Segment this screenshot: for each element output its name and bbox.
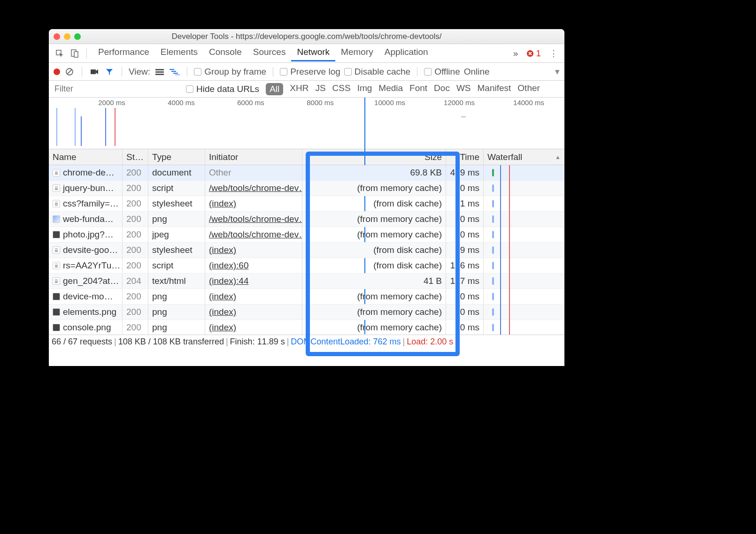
waterfall-bar bbox=[492, 277, 494, 285]
filter-pill-manifest[interactable]: Manifest bbox=[478, 83, 511, 95]
preserve-log-checkbox[interactable]: Preserve log bbox=[280, 67, 340, 77]
table-row[interactable]: devsite-goo…200stylesheet(index)(from di… bbox=[49, 243, 564, 258]
table-row[interactable]: jquery-bun…200script/web/tools/chrome-de… bbox=[49, 181, 564, 196]
svg-rect-6 bbox=[91, 69, 96, 74]
tab-elements[interactable]: Elements bbox=[155, 45, 203, 61]
hide-data-urls-checkbox[interactable]: Hide data URLs bbox=[186, 84, 259, 94]
large-rows-icon[interactable] bbox=[154, 69, 165, 75]
minimize-window-button[interactable] bbox=[64, 33, 70, 40]
request-name: rs=AA2YrTu… bbox=[63, 260, 120, 271]
filter-pill-img[interactable]: Img bbox=[357, 83, 372, 95]
tab-memory[interactable]: Memory bbox=[335, 45, 379, 61]
request-initiator[interactable]: (index) bbox=[209, 245, 236, 255]
inspect-element-icon[interactable] bbox=[54, 47, 66, 60]
request-initiator[interactable]: /web/tools/chrome-dev… bbox=[209, 183, 302, 193]
timeline-overview[interactable]: 2000 ms4000 ms6000 ms8000 ms10000 ms1200… bbox=[49, 98, 564, 149]
table-row[interactable]: console.png200png(index)(from memory cac… bbox=[49, 320, 564, 335]
tab-network[interactable]: Network bbox=[291, 45, 335, 61]
request-initiator[interactable]: /web/tools/chrome-dev… bbox=[209, 229, 302, 240]
request-waterfall bbox=[484, 212, 564, 227]
request-status: 200 bbox=[123, 227, 148, 242]
disable-cache-checkbox[interactable]: Disable cache bbox=[344, 67, 410, 77]
request-initiator[interactable]: (index):60 bbox=[209, 260, 249, 271]
throttling-chevron-icon[interactable]: ▾ bbox=[555, 66, 560, 77]
tab-application[interactable]: Application bbox=[379, 45, 434, 61]
col-time[interactable]: Time bbox=[446, 149, 484, 165]
record-button[interactable] bbox=[54, 69, 60, 75]
request-type: script bbox=[148, 181, 205, 196]
close-window-button[interactable] bbox=[54, 33, 60, 40]
waterfall-view-icon[interactable] bbox=[169, 69, 180, 75]
request-initiator[interactable]: (index) bbox=[209, 322, 236, 333]
camera-icon[interactable] bbox=[89, 69, 100, 75]
filter-pill-other[interactable]: Other bbox=[517, 83, 540, 95]
waterfall-bar bbox=[492, 215, 494, 223]
tab-performance[interactable]: Performance bbox=[93, 45, 155, 61]
filter-icon[interactable] bbox=[104, 68, 115, 76]
separator bbox=[187, 67, 187, 76]
request-initiator[interactable]: (index) bbox=[209, 307, 236, 317]
request-initiator[interactable]: (index) bbox=[209, 291, 236, 302]
col-name[interactable]: Name bbox=[49, 149, 123, 165]
col-status[interactable]: St… bbox=[123, 149, 148, 165]
tab-sources[interactable]: Sources bbox=[247, 45, 292, 61]
offline-checkbox[interactable]: Offline bbox=[424, 67, 460, 77]
filter-pill-js[interactable]: JS bbox=[315, 83, 325, 95]
table-row[interactable]: device-mo…200png(index)(from memory cach… bbox=[49, 289, 564, 305]
status-requests: 66 / 67 requests bbox=[52, 337, 112, 347]
separator bbox=[86, 48, 87, 59]
table-row[interactable]: rs=AA2YrTu…200script(index):60(from disk… bbox=[49, 258, 564, 274]
svg-line-5 bbox=[67, 69, 72, 74]
request-initiator[interactable]: (index) bbox=[209, 198, 236, 209]
clear-icon[interactable] bbox=[64, 68, 75, 76]
waterfall-bar bbox=[492, 308, 494, 316]
svg-rect-7 bbox=[155, 69, 164, 70]
filter-input[interactable] bbox=[53, 83, 179, 95]
request-name: elements.png bbox=[63, 307, 116, 317]
status-finish: Finish: 11.89 s bbox=[230, 337, 285, 347]
tab-console[interactable]: Console bbox=[203, 45, 247, 61]
table-row[interactable]: elements.png200png(index)(from memory ca… bbox=[49, 305, 564, 320]
error-badge[interactable]: 1 bbox=[526, 48, 541, 59]
filter-pill-media[interactable]: Media bbox=[378, 83, 403, 95]
group-by-frame-checkbox[interactable]: Group by frame bbox=[194, 67, 266, 77]
table-row[interactable]: css?family=…200stylesheet(index)(from di… bbox=[49, 196, 564, 212]
timeline-tick: 8000 ms bbox=[285, 99, 355, 107]
filter-pill-xhr[interactable]: XHR bbox=[290, 83, 309, 95]
col-size[interactable]: Size bbox=[302, 149, 446, 165]
filter-pill-all[interactable]: All bbox=[266, 83, 283, 95]
filter-pill-font[interactable]: Font bbox=[409, 83, 427, 95]
timeline-tick: 12000 ms bbox=[424, 99, 494, 107]
waterfall-bar bbox=[492, 262, 494, 269]
file-icon bbox=[53, 262, 60, 269]
request-type: png bbox=[148, 212, 205, 227]
request-type: stylesheet bbox=[148, 196, 205, 211]
col-waterfall[interactable]: Waterfall▲ bbox=[484, 149, 564, 165]
table-row[interactable]: photo.jpg?…200jpeg/web/tools/chrome-dev…… bbox=[49, 227, 564, 243]
request-type: document bbox=[148, 165, 205, 180]
svg-rect-8 bbox=[155, 71, 164, 73]
filter-pill-doc[interactable]: Doc bbox=[434, 83, 450, 95]
col-initiator[interactable]: Initiator bbox=[205, 149, 302, 165]
online-dropdown[interactable]: Online bbox=[464, 67, 490, 77]
request-initiator[interactable]: /web/tools/chrome-dev… bbox=[209, 214, 302, 224]
filter-pill-ws[interactable]: WS bbox=[456, 83, 471, 95]
separator bbox=[122, 67, 122, 76]
table-row[interactable]: gen_204?at…204text/html(index):4441 B117… bbox=[49, 274, 564, 289]
request-status: 204 bbox=[123, 274, 148, 289]
overflow-tabs[interactable]: » bbox=[508, 46, 524, 61]
file-icon bbox=[53, 169, 60, 176]
request-status: 200 bbox=[123, 181, 148, 196]
request-waterfall bbox=[484, 243, 564, 258]
zoom-window-button[interactable] bbox=[74, 33, 81, 40]
table-row[interactable]: chrome-de…200documentOther69.8 KB459 ms bbox=[49, 165, 564, 181]
request-initiator[interactable]: (index):44 bbox=[209, 276, 249, 286]
device-toggle-icon[interactable] bbox=[69, 47, 81, 60]
request-waterfall bbox=[484, 320, 564, 335]
filter-pill-css[interactable]: CSS bbox=[332, 83, 351, 95]
table-row[interactable]: web-funda…200png/web/tools/chrome-dev…(f… bbox=[49, 212, 564, 227]
settings-menu-icon[interactable]: ⋮ bbox=[548, 48, 560, 59]
col-type[interactable]: Type bbox=[148, 149, 205, 165]
file-icon bbox=[53, 324, 60, 331]
request-name: gen_204?at… bbox=[63, 276, 119, 286]
